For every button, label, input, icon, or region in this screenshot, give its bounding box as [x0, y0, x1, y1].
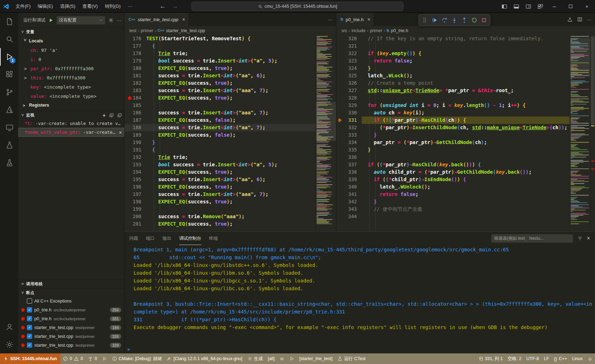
gutter[interactable]: 321 — [336, 42, 362, 50]
code-line[interactable]: 196 EXPECT_EQ(success, true); — [124, 183, 316, 191]
gutter[interactable]: 332 — [336, 124, 362, 131]
gutter[interactable]: 326 — [336, 79, 362, 87]
breakpoint-row[interactable]: ✓starter_trie_test.cpptest/primer326 — [18, 332, 124, 341]
sidebar-item-remote-explorer[interactable] — [0, 119, 18, 136]
code-line[interactable]: 183 success = trie.Insert<int>("aaa", 7)… — [124, 87, 316, 94]
variable-ch[interactable]: ch:97 'a' — [18, 46, 124, 55]
breadcrumb-item[interactable]: include — [352, 28, 366, 33]
minimap[interactable] — [316, 35, 336, 231]
gutter[interactable]: 320 — [336, 35, 362, 42]
code-line[interactable]: 182 EXPECT_EQ(success, true); — [124, 79, 316, 87]
variable-key[interactable]: key:<incomplete type> — [18, 82, 124, 91]
minimap-slider[interactable] — [570, 38, 590, 77]
variable-value[interactable]: value:<incomplete type> — [18, 91, 124, 101]
gutter[interactable]: 342 — [336, 198, 362, 205]
code-line[interactable]: 186 success = trie.Insert<int>("aaa", 7)… — [124, 109, 316, 117]
menu-查看(V)[interactable]: 查看(V) — [79, 0, 101, 13]
gutter[interactable]: 199 — [124, 205, 146, 213]
panel-tab-问题[interactable]: 问题 — [129, 232, 138, 245]
more-actions-icon[interactable]: ··· — [117, 18, 121, 23]
code-line[interactable]: 191 { — [124, 146, 316, 154]
debug-console-input[interactable]: > — [124, 345, 595, 353]
checkbox[interactable]: ✓ — [27, 342, 32, 348]
breadcrumb-item[interactable]: test — [129, 28, 136, 33]
gutter[interactable]: 330 — [336, 109, 362, 117]
gutter[interactable]: 189 — [124, 131, 146, 139]
gutter[interactable]: 193 — [124, 161, 146, 168]
code-line[interactable]: 336 — [336, 154, 570, 161]
sidebar-item-test-adapter[interactable] — [0, 154, 18, 172]
code-line[interactable]: 185 — [124, 102, 316, 109]
breakpoint-row[interactable]: ✓p0_trie.hsrc/include/primer256 — [18, 305, 124, 314]
watch-row[interactable]: *node_with_value_ptr: -var-create: unabl… — [18, 128, 124, 137]
status-indentation[interactable]: 空格: 2 — [505, 353, 524, 364]
status-debug-target[interactable] — [277, 353, 287, 364]
code-editor-left[interactable]: 176TEST(StarterTrieTest, RemoveTest) {17… — [124, 35, 316, 231]
gutter[interactable]: 186 — [124, 109, 146, 117]
code-line[interactable]: 337 if ((*par_ptr)→HasChild(key.back()))… — [336, 161, 570, 168]
gutter[interactable]: 176 — [124, 35, 146, 42]
minimap[interactable] — [570, 35, 590, 231]
status-remote-indicator[interactable]: SSH: 15445.ohtoai.fun — [0, 353, 60, 364]
breadcrumb[interactable]: src›include›primer›hp0_trie.h — [336, 26, 595, 35]
code-line[interactable]: 344 — [336, 213, 570, 220]
gutter[interactable]: 337 — [336, 161, 362, 168]
close-button[interactable]: × — [579, 0, 595, 13]
command-center-search[interactable]: cmu_15-445 [SSH: 15445.ohtoai.fun] — [192, 2, 403, 11]
code-line[interactable]: 340 latch_.WUnlock(); — [336, 183, 570, 191]
menu-编辑(E)[interactable]: 编辑(E) — [34, 0, 57, 13]
gutter[interactable]: 192 — [124, 154, 146, 161]
status-cmake-status[interactable]: CMake: [Debug]: 就绪 — [110, 353, 164, 364]
code-line[interactable]: 331 if (!(*par_ptr)→HasChild(ch)) { — [336, 117, 570, 124]
gutter[interactable]: 323 — [336, 57, 362, 65]
gutter[interactable]: 184 — [124, 94, 146, 102]
gutter[interactable]: 188 — [124, 124, 146, 131]
gutter[interactable]: 196 — [124, 183, 146, 191]
status-cursor-position[interactable]: 行 331, 列 1 — [477, 353, 505, 364]
code-line[interactable]: 197 success = trie.Insert<int>("aaa", 7)… — [124, 191, 316, 198]
remove-all-watch-icon[interactable] — [109, 113, 114, 118]
editor-more-actions-icon[interactable]: ··· — [328, 17, 332, 22]
code-line[interactable]: 326 // Create a temp point — [336, 79, 570, 87]
gutter[interactable]: 325 — [336, 72, 362, 79]
gutter[interactable]: 198 — [124, 198, 146, 205]
customize-layout-icon[interactable] — [534, 0, 546, 13]
code-line[interactable]: 329 for (unsigned int i = 0; i < key.len… — [336, 102, 570, 109]
toggle-panel-icon[interactable] — [510, 0, 522, 13]
code-line[interactable]: 322 if (key.empty()) { — [336, 50, 570, 57]
status-cmake-kit[interactable]: [Clang 12.0.1 x86_64-pc-linux-gnu] — [164, 353, 245, 364]
code-line[interactable]: 343 // 使中间节点产生值 — [336, 205, 570, 213]
gutter[interactable]: 195 — [124, 176, 146, 183]
console-filter-input[interactable] — [491, 234, 573, 243]
gutter[interactable]: 187 — [124, 117, 146, 124]
code-line[interactable]: 194 EXPECT_EQ(success, true); — [124, 168, 316, 176]
close-tab-icon[interactable]: × — [182, 17, 185, 22]
code-line[interactable]: 176TEST(StarterTrieTest, RemoveTest) { — [124, 35, 316, 42]
gutter[interactable]: 335 — [336, 146, 362, 154]
save-all-icon[interactable] — [567, 17, 573, 22]
gutter[interactable]: 182 — [124, 79, 146, 87]
gutter[interactable]: 331 — [336, 117, 362, 124]
nav-forward-icon[interactable]: → — [172, 3, 178, 10]
gear-icon[interactable] — [108, 17, 114, 23]
remove-watch-icon[interactable]: × — [119, 130, 122, 135]
step-out-button[interactable] — [460, 16, 469, 25]
sidebar-item-testing[interactable] — [0, 136, 18, 154]
sidebar-item-run-and-debug[interactable]: 1 — [0, 48, 18, 66]
filter-icon[interactable] — [577, 236, 583, 241]
gutter[interactable]: 178 — [124, 50, 146, 57]
checkbox[interactable]: ✓ — [27, 307, 32, 312]
stop-button[interactable] — [479, 16, 489, 25]
code-line[interactable]: 332 (*par_ptr)→InsertChildNode(ch, std::… — [336, 124, 570, 131]
variable-this[interactable]: >this:0x7fffffffa300 — [18, 73, 124, 82]
gutter[interactable]: 197 — [124, 191, 146, 198]
code-line[interactable]: 193 bool success = trie.Insert<int>("a",… — [124, 161, 316, 168]
gutter[interactable]: 333 — [336, 131, 362, 139]
breakpoint-row[interactable]: ✓starter_trie_test.cpptest/primer184 — [18, 323, 124, 332]
code-line[interactable]: 321 — [336, 42, 570, 50]
toggle-secondary-sidebar-icon[interactable] — [522, 0, 534, 13]
gutter[interactable]: 190 — [124, 139, 146, 146]
code-line[interactable]: 188 success = trie.Insert<int>("aa", 7); — [124, 124, 316, 131]
gutter[interactable]: 181 — [124, 72, 146, 79]
code-line[interactable]: 177 { — [124, 42, 316, 50]
